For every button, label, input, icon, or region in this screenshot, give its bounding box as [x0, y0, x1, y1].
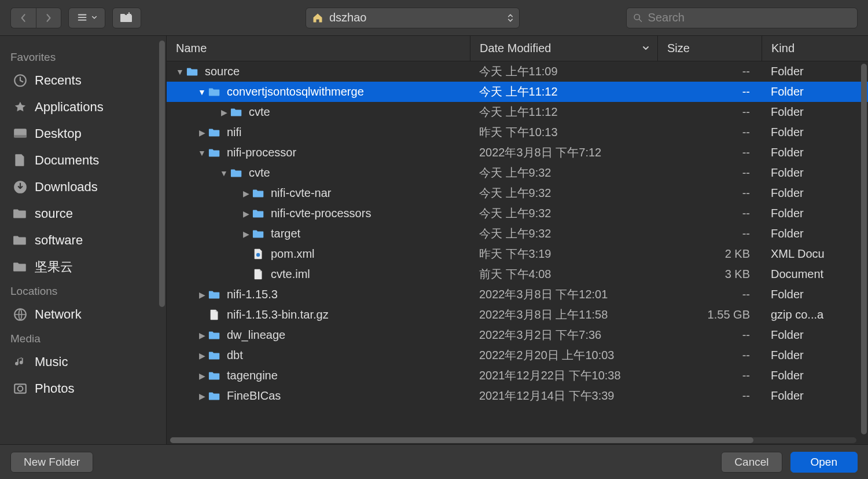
file-row[interactable]: ▼ cvte 今天 上午9:32 -- Folder: [167, 163, 868, 183]
file-row[interactable]: ▼ convertjsontosqlwithmerge 今天 上午11:12 -…: [167, 82, 868, 102]
file-kind: Folder: [762, 187, 868, 200]
column-header-size[interactable]: Size: [657, 36, 762, 61]
recents-icon: [13, 73, 28, 88]
forward-button[interactable]: [36, 8, 61, 28]
sidebar-item[interactable]: 坚果云: [8, 254, 160, 280]
file-size: --: [657, 65, 762, 78]
file-size: --: [657, 126, 762, 139]
file-date: 2022年3月8日 下午12:01: [470, 287, 657, 302]
file-size: 1.55 GB: [657, 308, 762, 321]
folder-icon: [252, 187, 265, 200]
desktop-icon: [13, 126, 28, 141]
disclosure-triangle-icon[interactable]: ▼: [198, 87, 206, 97]
file-row[interactable]: ▶ nifi-cvte-processors 今天 上午9:32 -- Fold…: [167, 203, 868, 224]
file-date: 今天 上午9:32: [470, 165, 657, 181]
sidebar-item-label: Recents: [35, 73, 82, 88]
file-size: --: [657, 105, 762, 119]
sidebar-item[interactable]: software: [8, 227, 160, 254]
footer: New Folder Cancel Open: [0, 444, 868, 479]
h-scroll-thumb[interactable]: [170, 437, 753, 443]
disclosure-triangle-icon[interactable]: ▶: [242, 189, 250, 198]
xml-icon: [252, 248, 265, 261]
folder-icon: [252, 207, 265, 220]
file-size: --: [657, 166, 762, 180]
file-row[interactable]: ▶ cvte 今天 上午11:12 -- Folder: [167, 102, 868, 122]
file-kind: Folder: [762, 227, 868, 240]
sidebar-item[interactable]: Documents: [8, 147, 160, 174]
new-folder-button[interactable]: New Folder: [10, 452, 93, 473]
file-row[interactable]: ▶ target 今天 上午9:32 -- Folder: [167, 224, 868, 244]
disclosure-triangle-icon[interactable]: ▶: [198, 331, 206, 340]
sidebar-item[interactable]: Downloads: [8, 174, 160, 200]
file-row[interactable]: ▶ cvte.iml 前天 下午4:08 3 KB Document: [167, 264, 868, 284]
new-folder-icon: [120, 11, 134, 25]
sidebar: FavoritesRecentsApplicationsDesktopDocum…: [0, 36, 167, 444]
folder-icon: [230, 167, 243, 180]
file-row[interactable]: ▼ nifi-processor 2022年3月8日 下午7:12 -- Fol…: [167, 142, 868, 163]
up-down-icon: [507, 14, 513, 22]
file-row[interactable]: ▶ nifi-1.15.3-bin.tar.gz 2022年3月8日 上午11:…: [167, 305, 868, 325]
file-size: --: [657, 328, 762, 342]
file-date: 昨天 下午3:19: [470, 246, 657, 262]
folder-icon: [13, 259, 28, 275]
cancel-button[interactable]: Cancel: [721, 452, 782, 473]
sidebar-section-label: Favorites: [10, 51, 158, 64]
file-row[interactable]: ▶ pom.xml 昨天 下午3:19 2 KB XML Docu: [167, 244, 868, 264]
file-row[interactable]: ▶ dbt 2022年2月20日 上午10:03 -- Folder: [167, 345, 868, 365]
file-size: --: [657, 187, 762, 200]
sidebar-item-label: Music: [35, 354, 68, 370]
toolbar: dszhao: [0, 0, 868, 36]
file-size: --: [657, 227, 762, 240]
file-kind: Folder: [762, 369, 868, 382]
file-date: 今天 上午9:32: [470, 185, 657, 201]
folder-icon: [13, 233, 28, 248]
sidebar-scrollbar[interactable]: [159, 41, 165, 307]
file-row[interactable]: ▶ nifi 昨天 下午10:13 -- Folder: [167, 122, 868, 142]
sidebar-item[interactable]: Photos: [8, 375, 160, 402]
disclosure-triangle-icon[interactable]: ▶: [198, 392, 206, 401]
open-button[interactable]: Open: [790, 452, 858, 473]
file-kind: Folder: [762, 126, 868, 139]
column-header-kind[interactable]: Kind: [762, 36, 868, 61]
file-kind: Folder: [762, 85, 868, 98]
file-date: 2022年2月20日 上午10:03: [470, 348, 657, 363]
sidebar-item[interactable]: Recents: [8, 67, 160, 94]
file-row[interactable]: ▼ source 今天 上午11:09 -- Folder: [167, 61, 868, 82]
file-kind: Folder: [762, 65, 868, 78]
disclosure-triangle-icon[interactable]: ▶: [198, 371, 206, 381]
disclosure-triangle-icon[interactable]: ▶: [242, 229, 250, 239]
file-row[interactable]: ▶ nifi-1.15.3 2022年3月8日 下午12:01 -- Folde…: [167, 284, 868, 305]
file-kind: Folder: [762, 105, 868, 119]
column-header-date[interactable]: Date Modified: [470, 36, 657, 61]
file-kind: Folder: [762, 288, 868, 301]
sidebar-item[interactable]: Desktop: [8, 120, 160, 147]
new-folder-toolbar-button[interactable]: [112, 8, 141, 28]
disclosure-triangle-icon[interactable]: ▶: [198, 290, 206, 299]
disclosure-triangle-icon[interactable]: ▶: [198, 128, 206, 137]
disclosure-triangle-icon[interactable]: ▶: [220, 108, 228, 117]
sidebar-item[interactable]: Applications: [8, 94, 160, 120]
file-name: cvte: [249, 105, 270, 119]
disclosure-triangle-icon[interactable]: ▼: [220, 169, 228, 178]
sidebar-item[interactable]: Network: [8, 301, 160, 328]
view-mode-button[interactable]: [68, 8, 105, 28]
file-list-scrollbar[interactable]: [861, 64, 867, 434]
path-dropdown[interactable]: dszhao: [306, 8, 520, 28]
file-date: 昨天 下午10:13: [470, 125, 657, 140]
file-list-h-scrollbar[interactable]: [170, 437, 856, 443]
disclosure-triangle-icon[interactable]: ▶: [198, 351, 206, 360]
sidebar-section-label: Media: [10, 332, 158, 345]
disclosure-triangle-icon[interactable]: ▼: [176, 67, 184, 76]
file-row[interactable]: ▶ dw_lineage 2022年3月2日 下午7:36 -- Folder: [167, 325, 868, 345]
file-row[interactable]: ▶ nifi-cvte-nar 今天 上午9:32 -- Folder: [167, 183, 868, 203]
disclosure-triangle-icon[interactable]: ▼: [198, 148, 206, 158]
sidebar-item[interactable]: source: [8, 200, 160, 227]
back-button[interactable]: [10, 8, 36, 28]
search-input[interactable]: [648, 11, 851, 24]
sidebar-item[interactable]: Music: [8, 349, 160, 375]
search-box[interactable]: [626, 8, 858, 28]
file-row[interactable]: ▶ FineBICas 2021年12月14日 下午3:39 -- Folder: [167, 386, 868, 406]
disclosure-triangle-icon[interactable]: ▶: [242, 209, 250, 218]
column-header-name[interactable]: Name: [167, 36, 470, 61]
file-row[interactable]: ▶ tagengine 2021年12月22日 下午10:38 -- Folde…: [167, 365, 868, 386]
